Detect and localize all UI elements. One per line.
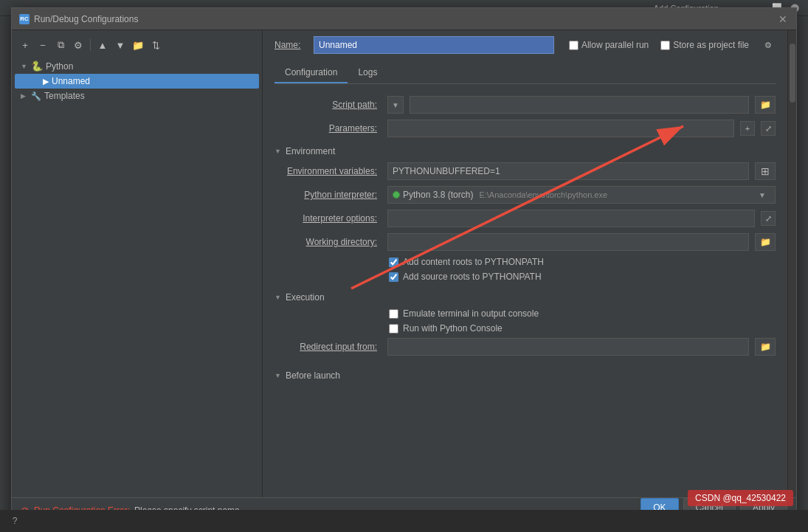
folder-button[interactable]: 📁 bbox=[131, 38, 145, 52]
taskbar-left: ? bbox=[7, 514, 22, 528]
env-variables-row: Environment variables: ⊞ bbox=[274, 162, 776, 180]
store-project-label[interactable]: Store as project file bbox=[660, 40, 749, 50]
script-path-input[interactable] bbox=[410, 96, 749, 114]
interpreter-options-expand[interactable]: ⤢ bbox=[761, 211, 776, 226]
before-launch-title: Before launch bbox=[286, 370, 340, 381]
templates-arrow-icon: ▶ bbox=[21, 92, 28, 100]
name-row: Name: Allow parallel run Store as projec… bbox=[274, 36, 776, 54]
templates-label: Templates bbox=[44, 91, 85, 101]
working-dir-browse-button[interactable]: 📁 bbox=[755, 233, 776, 251]
interpreter-options-label: Interpreter options: bbox=[274, 213, 381, 224]
settings-config-button[interactable]: ⚙ bbox=[71, 38, 86, 52]
python-icon: 🐍 bbox=[31, 61, 43, 72]
move-down-button[interactable]: ▼ bbox=[113, 38, 128, 52]
tree-item-templates[interactable]: ▶ 🔧 Templates bbox=[15, 89, 259, 103]
dialog-body: + − ⧉ ⚙ ▲ ▼ 📁 bbox=[12, 30, 796, 523]
env-variables-edit-button[interactable]: ⊞ bbox=[755, 162, 776, 180]
store-project-checkbox[interactable] bbox=[660, 41, 670, 50]
interpreter-dropdown-arrow: ▼ bbox=[759, 191, 766, 199]
sort-button[interactable]: ⇅ bbox=[148, 38, 163, 52]
emulate-terminal-text: Emulate terminal in output console bbox=[403, 308, 539, 319]
params-add-button[interactable]: + bbox=[740, 121, 755, 136]
add-content-roots-text: Add content roots to PYTHONPATH bbox=[403, 257, 544, 267]
add-config-button[interactable]: + bbox=[18, 38, 32, 52]
name-label: Name: bbox=[274, 40, 308, 50]
run-python-console-checkbox[interactable] bbox=[389, 324, 398, 334]
left-toolbar: + − ⧉ ⚙ ▲ ▼ 📁 bbox=[12, 35, 262, 58]
execution-section-header: ▼ Execution bbox=[274, 292, 776, 303]
unnamed-icon: ▶ bbox=[43, 77, 49, 86]
emulate-terminal-row: Emulate terminal in output console bbox=[274, 308, 776, 319]
before-launch-arrow-icon[interactable]: ▼ bbox=[274, 372, 281, 379]
toolbar-separator bbox=[90, 39, 91, 51]
config-tree: ▼ 🐍 Python ▶ Unnamed ▶ 🔧 Templates bbox=[12, 58, 262, 103]
dialog-scrollbar[interactable] bbox=[787, 30, 796, 523]
dialog-titlebar: RC Run/Debug Configurations ✕ bbox=[12, 8, 796, 30]
python-interpreter-select[interactable]: Python 3.8 (torch) E:\Anaconda\envs\torc… bbox=[387, 186, 776, 204]
redirect-input-browse[interactable]: 📁 bbox=[755, 338, 776, 356]
project-file-settings-button[interactable]: ⚙ bbox=[761, 38, 776, 52]
interpreter-options-row: Interpreter options: ⤢ bbox=[274, 210, 776, 227]
interpreter-name: Python 3.8 (torch) bbox=[403, 190, 473, 200]
interpreter-path: E:\Anaconda\envs\torch\python.exe bbox=[479, 190, 607, 199]
run-python-console-label[interactable]: Run with Python Console bbox=[389, 323, 503, 334]
parameters-label: Parameters: bbox=[274, 123, 381, 134]
parameters-input[interactable] bbox=[387, 120, 734, 137]
allow-parallel-text: Allow parallel run bbox=[581, 40, 649, 50]
environment-title: Environment bbox=[286, 146, 335, 156]
add-content-roots-label[interactable]: Add content roots to PYTHONPATH bbox=[389, 257, 544, 267]
redirect-input-label: Redirect input from: bbox=[274, 342, 381, 352]
python-arrow-icon: ▼ bbox=[21, 63, 28, 70]
execution-arrow-icon[interactable]: ▼ bbox=[274, 294, 281, 301]
left-panel: + − ⧉ ⚙ ▲ ▼ 📁 bbox=[12, 30, 263, 523]
dialog-icon-text: RC bbox=[20, 15, 29, 22]
interpreter-status-dot bbox=[393, 191, 400, 198]
move-up-button[interactable]: ▲ bbox=[95, 38, 110, 52]
redirect-input-field[interactable] bbox=[387, 338, 749, 356]
tab-configuration[interactable]: Configuration bbox=[274, 63, 348, 83]
csdn-watermark: CSDN @qq_42530422 bbox=[688, 490, 793, 506]
emulate-terminal-label[interactable]: Emulate terminal in output console bbox=[389, 308, 539, 319]
script-path-browse-button[interactable]: 📁 bbox=[755, 96, 776, 114]
add-source-roots-text: Add source roots to PYTHONPATH bbox=[403, 272, 542, 282]
dialog-title-group: RC Run/Debug Configurations bbox=[19, 14, 138, 24]
allow-parallel-label[interactable]: Allow parallel run bbox=[569, 40, 649, 50]
tabs-row: Configuration Logs bbox=[274, 63, 776, 84]
emulate-terminal-checkbox[interactable] bbox=[389, 309, 398, 319]
add-source-roots-row: Add source roots to PYTHONPATH bbox=[274, 272, 776, 282]
scrollbar-thumb[interactable] bbox=[790, 44, 795, 103]
run-python-console-text: Run with Python Console bbox=[403, 323, 503, 334]
run-debug-dialog: RC Run/Debug Configurations ✕ + − ⧉ ⚙ bbox=[11, 7, 797, 524]
tree-item-python[interactable]: ▼ 🐍 Python bbox=[15, 58, 259, 74]
remove-config-button[interactable]: − bbox=[35, 38, 50, 52]
add-content-roots-checkbox[interactable] bbox=[389, 258, 398, 267]
script-path-row: Script path: ▼ 📁 bbox=[274, 96, 776, 114]
python-interpreter-row: Python interpreter: Python 3.8 (torch) E… bbox=[274, 186, 776, 204]
right-panel: Name: Allow parallel run Store as projec… bbox=[263, 30, 787, 523]
environment-section-header: ▼ Environment bbox=[274, 146, 776, 156]
environment-arrow-icon[interactable]: ▼ bbox=[274, 148, 281, 155]
working-dir-input[interactable] bbox=[387, 233, 749, 251]
copy-config-button[interactable]: ⧉ bbox=[53, 38, 68, 52]
help-icon[interactable]: ? bbox=[7, 514, 22, 528]
name-input[interactable] bbox=[314, 36, 554, 54]
interpreter-options-input[interactable] bbox=[387, 210, 755, 227]
python-interpreter-label: Python interpreter: bbox=[274, 190, 381, 200]
run-python-console-row: Run with Python Console bbox=[274, 323, 776, 334]
templates-icon: 🔧 bbox=[31, 91, 41, 101]
python-label: Python bbox=[46, 61, 73, 72]
before-launch-section-header: ▼ Before launch bbox=[274, 370, 776, 381]
close-button[interactable]: ✕ bbox=[777, 13, 789, 25]
add-source-roots-checkbox[interactable] bbox=[389, 272, 398, 282]
tab-logs[interactable]: Logs bbox=[348, 63, 387, 83]
help-icon-text: ? bbox=[13, 516, 18, 526]
tree-item-unnamed[interactable]: ▶ Unnamed bbox=[15, 74, 259, 89]
env-variables-input[interactable] bbox=[387, 162, 749, 180]
script-path-dropdown-button[interactable]: ▼ bbox=[387, 96, 404, 114]
working-dir-row: Working directory: 📁 bbox=[274, 233, 776, 251]
allow-parallel-checkbox[interactable] bbox=[569, 41, 579, 50]
add-source-roots-label[interactable]: Add source roots to PYTHONPATH bbox=[389, 272, 542, 282]
unnamed-label: Unnamed bbox=[52, 76, 90, 86]
add-content-roots-row: Add content roots to PYTHONPATH bbox=[274, 257, 776, 267]
params-expand-button[interactable]: ⤢ bbox=[761, 121, 776, 136]
